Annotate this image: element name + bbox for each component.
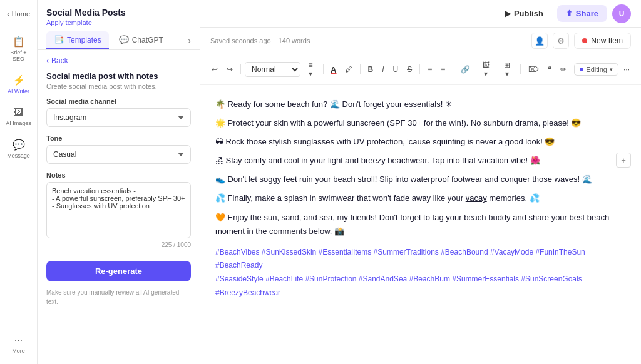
share-button[interactable]: ⬆ Share [557,5,607,22]
channel-label: Social media channel [46,98,191,105]
toolbar: ↩ ↪ Normal Heading 1 Heading 2 ≡ ▾ A 🖊 B… [200,54,641,85]
avatar[interactable]: U [612,4,631,23]
content-p6: 💦 Finally, make a splash in swimwear tha… [215,191,626,205]
publish-label: Publish [514,9,543,18]
redo-button[interactable]: ↪ [223,63,237,76]
publish-button[interactable]: ▶ Publish [496,5,552,22]
more-options-button[interactable]: ··· [620,63,633,76]
hashtag-line-3: #BreezyBeachwear [215,286,626,300]
sidebar: ‹ Home 📋 Brief + SEO ⚡ AI Writer 🖼 AI Im… [0,0,38,364]
sidebar-item-ai-images[interactable]: 🖼 AI Images [3,102,35,131]
image-button[interactable]: 🖼 ▾ [475,58,496,81]
bullet-list-button[interactable]: ≡ [424,63,436,76]
toolbar-sep-2 [323,64,324,74]
sidebar-item-more[interactable]: ··· More [3,330,35,359]
home-label: Home [12,10,30,18]
apply-template-link[interactable]: Apply template [46,19,191,26]
disclaimer-text: Make sure you manually review all AI gen… [46,288,191,306]
tone-label: Tone [46,134,191,142]
text-color-button[interactable]: A [327,63,339,76]
tab-chatgpt[interactable]: 💬 ChatGPT [111,31,171,49]
add-content-button[interactable]: + [616,153,631,168]
status-icons: 👤 ⚙ New Item [531,33,631,49]
highlight-button[interactable]: 🖊 [341,63,356,76]
format-select[interactable]: Normal Heading 1 Heading 2 [245,62,300,77]
top-bar: ▶ Publish ⬆ Share U [200,0,641,28]
align-button[interactable]: ≡ ▾ [302,58,319,81]
sidebar-item-ai-images-label: AI Images [6,120,31,126]
regenerate-button[interactable]: Re-generate [46,261,191,281]
clear-format-button[interactable]: ⌦ [525,63,543,76]
message-icon: 💬 [13,139,25,151]
templates-tab-icon: 📑 [54,35,64,44]
editor-wrapper: Saved seconds ago 140 words 👤 ⚙ New Item… [200,28,641,364]
ai-images-icon: 🖼 [14,107,24,118]
publish-icon: ▶ [505,9,511,18]
toolbar-sep-6 [520,64,521,74]
word-count: 140 words [279,37,310,44]
toolbar-sep-4 [419,64,420,74]
undo-button[interactable]: ↩ [208,63,222,76]
back-arrow-icon: ‹ [46,56,49,65]
hashtag-line-2: #SeasideStyle #BeachLife #SunProtection … [215,273,626,286]
editor-status-bar: Saved seconds ago 140 words 👤 ⚙ New Item [200,28,641,54]
avatar-initials: U [619,9,625,18]
back-button[interactable]: ‹ Back [46,56,191,65]
sidebar-item-brief-seo[interactable]: 📋 Brief + SEO [3,31,35,67]
tab-chatgpt-label: ChatGPT [132,36,163,44]
editing-badge[interactable]: Editing ▾ [574,63,618,76]
notes-textarea[interactable]: Beach vacation essentials - - A powerful… [46,182,191,238]
italic-button[interactable]: I [378,63,387,76]
sidebar-item-brief-seo-label: Brief + SEO [5,49,33,62]
hashtags: #BeachVibes #SunKissedSkin #EssentialIte… [215,246,626,300]
ai-writer-icon: ⚡ [13,74,25,86]
sidebar-item-more-label: More [12,348,25,354]
editing-chevron: ▾ [610,66,613,73]
underline-button[interactable]: U [389,63,403,76]
sidebar-item-ai-writer[interactable]: ⚡ AI Writer [3,69,35,99]
toolbar-sep-5 [453,64,453,74]
panel-header: Social Media Posts Apply template [38,0,200,26]
content-p3: 🕶 Rock those stylish sunglasses with UV … [215,135,626,149]
link-button[interactable]: 🔗 [457,63,474,76]
brief-seo-icon: 📋 [13,36,25,48]
content-p5: 👟 Don't let soggy feet ruin your beach s… [215,173,626,186]
bold-button[interactable]: B [364,63,377,76]
share-label: Share [576,9,598,18]
sidebar-item-ai-writer-label: AI Writer [8,88,29,94]
panel-collapse-btn[interactable]: › [188,31,191,49]
sidebar-home[interactable]: ‹ Home [0,5,37,23]
new-item-button[interactable]: New Item [574,33,631,49]
sidebar-item-message-label: Message [7,153,30,159]
settings-icon-btn[interactable]: ⚙ [553,33,569,49]
strikethrough-button[interactable]: S [403,63,416,76]
content-p4: 🏖 Stay comfy and cool in your light and … [215,154,626,168]
share-icon: ⬆ [566,9,573,18]
side-panel: Social Media Posts Apply template 📑 Temp… [38,0,200,364]
editing-label: Editing [586,66,607,73]
template-desc: Create social media post with notes. [46,83,191,90]
toolbar-sep-1 [240,64,241,74]
back-label: Back [51,56,68,65]
sidebar-item-message[interactable]: 💬 Message [3,134,35,164]
template-title: Social media post with notes [46,71,191,81]
quote-button[interactable]: ❝ [544,63,555,76]
user-icon-btn[interactable]: 👤 [531,33,548,49]
editing-dot [580,68,583,71]
saved-status: Saved seconds ago [210,37,271,44]
content-p1: 🌴 Ready for some beach fun? 🌊 Don't forg… [215,98,626,111]
char-count: 225 / 1000 [46,241,191,248]
chatgpt-tab-icon: 💬 [119,35,129,44]
content-area[interactable]: 🌴 Ready for some beach fun? 🌊 Don't forg… [200,85,641,312]
content-p7: 🧡 Enjoy the sun, sand, and sea, my frien… [215,211,626,238]
channel-select[interactable]: Instagram Facebook Twitter LinkedIn TikT… [46,108,191,127]
content-p2: 🌟 Protect your skin with a powerful suns… [215,116,626,130]
code-button[interactable]: ✏ [556,63,570,76]
tone-select[interactable]: Casual Professional Humorous Inspiration… [46,145,191,164]
tone-form-group: Tone Casual Professional Humorous Inspir… [46,134,191,164]
toolbar-sep-3 [360,64,361,74]
numbered-list-button[interactable]: ≡ [437,63,449,76]
table-button[interactable]: ⊞ ▾ [497,58,516,81]
chevron-left-icon: ‹ [7,10,9,18]
tab-templates[interactable]: 📑 Templates [46,31,109,49]
